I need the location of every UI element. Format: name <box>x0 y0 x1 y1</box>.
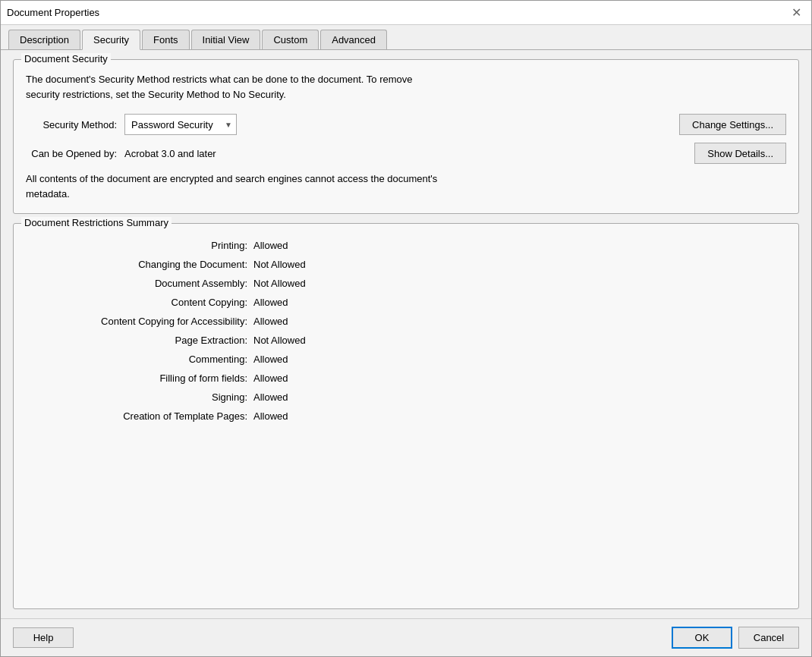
content-area: Document Security The document's Securit… <box>1 50 811 618</box>
close-button[interactable]: ✕ <box>787 4 805 22</box>
show-details-button[interactable]: Show Details... <box>694 143 786 164</box>
document-restrictions-content: Printing:AllowedChanging the Document:No… <box>26 237 786 424</box>
opened-by-value: Acrobat 3.0 and later <box>124 148 216 159</box>
restriction-value: Not Allowed <box>253 275 786 291</box>
restriction-value: Allowed <box>253 351 786 367</box>
opened-by-label: Can be Opened by: <box>26 148 117 159</box>
tab-advanced[interactable]: Advanced <box>320 30 387 49</box>
restriction-label: Changing the Document: <box>26 256 253 272</box>
restriction-value: Allowed <box>253 389 786 405</box>
document-restrictions-group: Document Restrictions Summary Printing:A… <box>13 223 799 609</box>
tabs-bar: Description Security Fonts Initial View … <box>1 25 811 50</box>
restriction-label: Signing: <box>26 389 253 405</box>
security-method-row: Security Method: Password Security ▼ Cha… <box>26 114 786 135</box>
document-security-group: Document Security The document's Securit… <box>13 59 799 214</box>
tab-security[interactable]: Security <box>82 30 140 50</box>
restriction-label: Commenting: <box>26 351 253 367</box>
tab-description[interactable]: Description <box>8 30 80 49</box>
restriction-label: Page Extraction: <box>26 332 253 348</box>
restriction-value: Not Allowed <box>253 332 786 348</box>
restrictions-table: Printing:AllowedChanging the Document:No… <box>26 237 786 424</box>
restriction-value: Allowed <box>253 237 786 253</box>
change-settings-button[interactable]: Change Settings... <box>679 114 786 135</box>
footer-right: OK Cancel <box>672 627 799 649</box>
cancel-button[interactable]: Cancel <box>738 627 799 649</box>
title-bar: Document Properties ✕ <box>1 1 811 25</box>
restriction-label: Creation of Template Pages: <box>26 408 253 424</box>
window-title: Document Properties <box>7 7 99 18</box>
restriction-label: Printing: <box>26 237 253 253</box>
tab-custom[interactable]: Custom <box>262 30 319 49</box>
footer: Help OK Cancel <box>1 618 811 656</box>
restriction-label: Filling of form fields: <box>26 370 253 386</box>
security-method-select-wrapper[interactable]: Password Security ▼ <box>124 114 237 135</box>
restriction-label: Content Copying: <box>26 294 253 310</box>
security-method-left: Security Method: Password Security ▼ <box>26 114 237 135</box>
document-security-title: Document Security <box>21 53 111 64</box>
tab-fonts[interactable]: Fonts <box>142 30 190 49</box>
opened-by-left: Can be Opened by: Acrobat 3.0 and later <box>26 148 216 159</box>
restriction-value: Allowed <box>253 408 786 424</box>
restriction-value: Allowed <box>253 370 786 386</box>
restriction-value: Not Allowed <box>253 256 786 272</box>
ok-button[interactable]: OK <box>672 627 732 649</box>
security-description: The document's Security Method restricts… <box>26 72 786 102</box>
security-method-select[interactable]: Password Security <box>124 114 237 135</box>
document-properties-window: Document Properties ✕ Description Securi… <box>0 0 812 657</box>
help-button[interactable]: Help <box>13 627 74 648</box>
restriction-value: Allowed <box>253 294 786 310</box>
opened-by-row: Can be Opened by: Acrobat 3.0 and later … <box>26 143 786 164</box>
security-method-label: Security Method: <box>26 119 117 130</box>
encryption-note: All contents of the document are encrypt… <box>26 171 786 201</box>
document-security-content: The document's Security Method restricts… <box>26 72 786 201</box>
tab-initial-view[interactable]: Initial View <box>191 30 261 49</box>
restriction-label: Document Assembly: <box>26 275 253 291</box>
restriction-label: Content Copying for Accessibility: <box>26 313 253 329</box>
document-restrictions-title: Document Restrictions Summary <box>21 217 172 228</box>
restriction-value: Allowed <box>253 313 786 329</box>
